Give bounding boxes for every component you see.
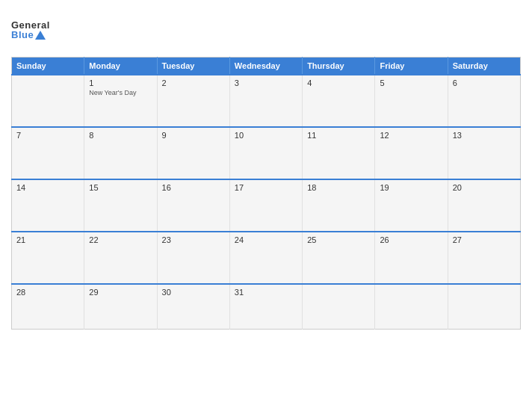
calendar-cell: 22: [84, 232, 157, 284]
calendar-week-2: 14151617181920: [12, 179, 521, 232]
day-number: 30: [162, 288, 225, 297]
weekday-header-sunday: Sunday: [12, 58, 84, 75]
day-number: 20: [453, 183, 516, 192]
logo: General Blue: [11, 20, 50, 40]
day-number: 24: [235, 235, 297, 244]
day-number: 12: [380, 131, 442, 140]
day-number: 14: [16, 183, 79, 192]
calendar-cell: 18: [303, 179, 375, 232]
calendar-cell: 13: [448, 127, 520, 179]
weekday-header-saturday: Saturday: [448, 58, 520, 75]
day-number: 21: [16, 235, 79, 244]
calendar-cell: 6: [448, 75, 520, 127]
day-number: 22: [89, 235, 152, 244]
calendar-table: SundayMondayTuesdayWednesdayThursdayFrid…: [11, 57, 521, 330]
logo-blue-text: Blue: [11, 30, 46, 40]
calendar-week-4: 28293031: [12, 284, 521, 329]
calendar-cell: 21: [12, 232, 84, 284]
weekday-row: SundayMondayTuesdayWednesdayThursdayFrid…: [12, 58, 521, 75]
weekday-header-wednesday: Wednesday: [229, 58, 302, 75]
calendar-cell: 1New Year's Day: [84, 75, 157, 127]
day-number: 19: [380, 183, 442, 192]
calendar-week-1: 78910111213: [12, 127, 521, 179]
day-number: 18: [307, 183, 370, 192]
day-number: 17: [235, 183, 297, 192]
calendar-cell: 15: [84, 179, 157, 232]
calendar-cell: 27: [448, 232, 520, 284]
calendar-cell: 16: [157, 179, 229, 232]
day-number: 10: [235, 131, 297, 140]
weekday-header-thursday: Thursday: [303, 58, 375, 75]
weekday-header-monday: Monday: [84, 58, 157, 75]
calendar-cell: 28: [12, 284, 84, 329]
calendar-cell: 2: [157, 75, 229, 127]
calendar-header: SundayMondayTuesdayWednesdayThursdayFrid…: [12, 58, 521, 75]
calendar-week-0: 1New Year's Day23456: [12, 75, 521, 127]
calendar-body: 1New Year's Day2345678910111213141516171…: [12, 75, 521, 329]
day-number: 9: [162, 131, 225, 140]
calendar-cell: 31: [229, 284, 302, 329]
calendar-cell: 25: [303, 232, 375, 284]
calendar-cell: 20: [448, 179, 520, 232]
day-number: 5: [380, 78, 442, 87]
day-number: 26: [380, 235, 442, 244]
day-number: 8: [89, 131, 152, 140]
day-number: 13: [453, 131, 516, 140]
header: General Blue: [11, 7, 521, 52]
calendar-cell: 7: [12, 127, 84, 179]
day-number: 16: [162, 183, 225, 192]
day-number: 3: [235, 78, 297, 87]
calendar-cell: 9: [157, 127, 229, 179]
day-number: 11: [307, 131, 370, 140]
day-number: 31: [235, 288, 297, 297]
weekday-header-friday: Friday: [375, 58, 448, 75]
day-number: 4: [307, 78, 370, 87]
day-number: 29: [89, 288, 152, 297]
calendar-cell: 3: [229, 75, 302, 127]
day-number: 15: [89, 183, 152, 192]
calendar-week-3: 21222324252627: [12, 232, 521, 284]
page: General Blue SundayMondayTuesdayWednesda…: [0, 0, 532, 411]
day-number: 27: [453, 235, 516, 244]
day-number: 25: [307, 235, 370, 244]
day-number: 7: [16, 131, 79, 140]
calendar-cell: 4: [303, 75, 375, 127]
calendar-cell: 14: [12, 179, 84, 232]
weekday-header-tuesday: Tuesday: [157, 58, 229, 75]
holiday-name: New Year's Day: [89, 89, 152, 96]
calendar-cell: [303, 284, 375, 329]
calendar-cell: 11: [303, 127, 375, 179]
day-number: 23: [162, 235, 225, 244]
calendar-cell: 12: [375, 127, 448, 179]
day-number: 6: [453, 78, 516, 87]
calendar-cell: 5: [375, 75, 448, 127]
calendar-cell: 8: [84, 127, 157, 179]
calendar-cell: [448, 284, 520, 329]
calendar-cell: [12, 75, 84, 127]
day-number: 1: [89, 78, 152, 87]
calendar-cell: 29: [84, 284, 157, 329]
logo-triangle-icon: [35, 31, 46, 40]
calendar-cell: [375, 284, 448, 329]
calendar-cell: 23: [157, 232, 229, 284]
calendar-cell: 19: [375, 179, 448, 232]
calendar-cell: 10: [229, 127, 302, 179]
calendar-cell: 17: [229, 179, 302, 232]
day-number: 2: [162, 78, 225, 87]
calendar-cell: 26: [375, 232, 448, 284]
calendar-cell: 24: [229, 232, 302, 284]
day-number: 28: [16, 288, 79, 297]
calendar-cell: 30: [157, 284, 229, 329]
